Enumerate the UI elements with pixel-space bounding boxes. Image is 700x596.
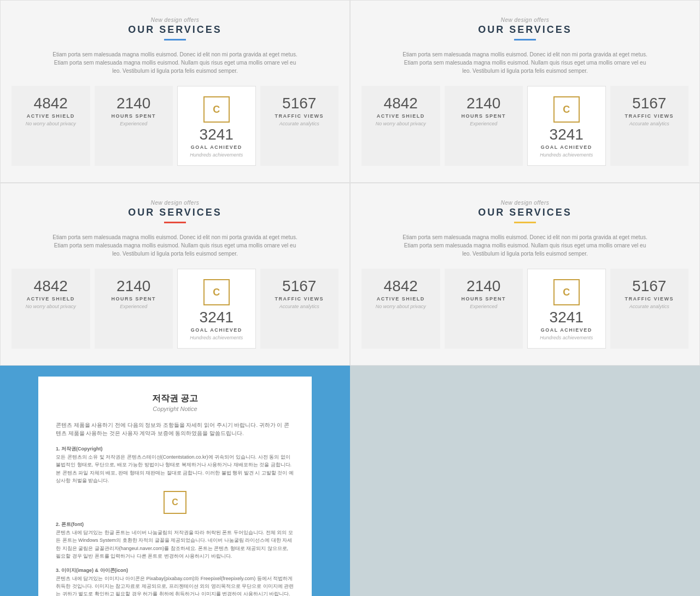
stat-label: TRAFFIC VIEWS [266, 113, 334, 119]
panel-4-subtitle: New design offers [361, 200, 689, 206]
panel-1-description: Etiam porta sem malesuada magna mollis e… [49, 50, 301, 75]
copyright-section-1-title: 1. 저작권(Copyright) [56, 446, 103, 452]
copyright-section-1-text: 모든 콘텐츠의 소유 및 저작권은 콘텐츠스테이션(Contentstation… [56, 454, 294, 483]
stat-label: HOURS SPENT [100, 296, 168, 302]
stat-sublabel: No worry about privacy [367, 304, 435, 309]
copyright-section-3-title: 3. 이미지(image) & 아이콘(icon) [56, 568, 128, 573]
panel-3-stats: 4842 ACTIVE SHIELD No worry about privac… [11, 269, 339, 349]
panel-3-title: OUR SERVICES [11, 207, 339, 218]
stat-sublabel: No worry about privacy [367, 121, 435, 126]
stat-label: TRAFFIC VIEWS [266, 296, 334, 302]
stat-label: ACTIVE SHIELD [17, 296, 85, 302]
stat-sublabel: Accurate analytics [616, 121, 684, 126]
stat-number: 2140 [100, 96, 168, 111]
stat-sublabel: Hundreds achievements [183, 152, 250, 158]
stat-card-goal-1: C 3241 GOAL ACHIEVED Hundreds achievemen… [177, 86, 256, 166]
copyright-section-1: 1. 저작권(Copyright) 모든 콘텐츠의 소유 및 저작권은 콘텐츠스… [56, 445, 294, 484]
panel-1-divider [164, 39, 186, 40]
copyright-section-3: 3. 이미지(image) & 아이콘(icon) 콘텐츠 내에 담겨있는 이미… [56, 566, 294, 596]
stat-label: GOAL ACHIEVED [533, 144, 600, 150]
stat-card-hours-3: 2140 HOURS SPENT Experienced [95, 269, 173, 349]
stat-sublabel: No worry about privacy [17, 304, 85, 309]
stat-sublabel: Experienced [100, 304, 168, 309]
stat-logo: C [553, 96, 580, 123]
stat-number: 2140 [450, 279, 518, 294]
panel-3-divider [164, 222, 186, 223]
copyright-section-2: 2. 폰트(font) 콘텐츠 내에 담겨있는 한글 폰트는 네이버 나눔굴림의… [56, 520, 294, 560]
stat-number: 4842 [17, 96, 85, 111]
stat-sublabel: No worry about privacy [17, 121, 85, 126]
panel-4: New design offers OUR SERVICES Etiam por… [350, 183, 700, 366]
panel-2-description: Etiam porta sem malesuada magna mollis e… [399, 50, 651, 75]
stat-label: GOAL ACHIEVED [533, 327, 600, 333]
copyright-section-2-title: 2. 폰트(font) [56, 522, 84, 527]
panel-3-description: Etiam porta sem malesuada magna mollis e… [49, 233, 301, 258]
stat-card-goal-3: C 3241 GOAL ACHIEVED Hundreds achievemen… [177, 269, 256, 349]
stat-number: 2140 [100, 279, 168, 294]
stat-sublabel: Hundreds achievements [533, 335, 600, 340]
stat-number: 3241 [183, 310, 250, 325]
stat-number: 5167 [266, 279, 334, 294]
panel-2-subtitle: New design offers [361, 17, 689, 23]
copyright-title-english: Copyright Notice [56, 406, 294, 412]
panel-4-title: OUR SERVICES [361, 207, 689, 218]
stat-sublabel: Experienced [100, 121, 168, 126]
stat-sublabel: Accurate analytics [616, 304, 684, 309]
panel-1-stats: 4842 ACTIVE SHIELD No worry about privac… [11, 86, 339, 166]
stat-number: 4842 [17, 279, 85, 294]
stat-label: HOURS SPENT [450, 296, 518, 302]
stat-number: 4842 [367, 96, 435, 111]
stat-sublabel: Accurate analytics [266, 121, 334, 126]
stat-label: HOURS SPENT [450, 113, 518, 119]
stat-label: GOAL ACHIEVED [183, 327, 250, 333]
panel-4-stats: 4842 ACTIVE SHIELD No worry about privac… [361, 269, 689, 349]
stat-card-goal-4: C 3241 GOAL ACHIEVED Hundreds achievemen… [527, 269, 606, 349]
stat-sublabel: Experienced [450, 121, 518, 126]
panel-1-header: New design offers OUR SERVICES [11, 17, 339, 40]
panel-2-stats: 4842 ACTIVE SHIELD No worry about privac… [361, 86, 689, 166]
panel-2-header: New design offers OUR SERVICES [361, 17, 689, 40]
stat-number: 3241 [533, 127, 600, 142]
stat-number: 5167 [266, 96, 334, 111]
stat-sublabel: Hundreds achievements [183, 335, 250, 340]
stat-label: ACTIVE SHIELD [17, 113, 85, 119]
stat-label: ACTIVE SHIELD [367, 296, 435, 302]
stat-sublabel: Accurate analytics [266, 304, 334, 309]
stat-number: 2140 [450, 96, 518, 111]
stat-label: GOAL ACHIEVED [183, 144, 250, 150]
panel-4-divider [514, 222, 536, 223]
panel-4-header: New design offers OUR SERVICES [361, 200, 689, 223]
stat-card-active-shield-2: 4842 ACTIVE SHIELD No worry about privac… [361, 86, 440, 166]
stat-number: 3241 [533, 310, 600, 325]
stat-number: 3241 [183, 127, 250, 142]
stat-card-active-shield-1: 4842 ACTIVE SHIELD No worry about privac… [11, 86, 90, 166]
stat-label: TRAFFIC VIEWS [616, 113, 684, 119]
stat-card-hours-4: 2140 HOURS SPENT Experienced [445, 269, 523, 349]
copyright-section-3-text: 콘텐츠 내에 담겨있는 이미지나 아이콘은 Pixabay(pixabay.co… [56, 576, 294, 596]
stat-logo: C [553, 279, 580, 305]
stat-card-traffic-2: 5167 TRAFFIC VIEWS Accurate analytics [610, 86, 689, 166]
stat-card-traffic-3: 5167 TRAFFIC VIEWS Accurate analytics [260, 269, 339, 349]
panel-2-title: OUR SERVICES [361, 24, 689, 36]
copyright-section-2-text: 콘텐츠 내에 담겨있는 한글 폰트는 네이버 나눔굴림의 저작권을 따라 허락된… [56, 530, 293, 559]
copyright-title-korean: 저작권 공고 [56, 393, 294, 404]
panel-3: New design offers OUR SERVICES Etiam por… [0, 183, 350, 366]
copyright-section: 저작권 공고 Copyright Notice 콘텐츠 제품을 사용하기 전에 … [0, 366, 350, 596]
stat-card-traffic-4: 5167 TRAFFIC VIEWS Accurate analytics [610, 269, 689, 349]
stat-number: 4842 [367, 279, 435, 294]
panel-3-subtitle: New design offers [11, 200, 339, 206]
stat-card-active-shield-3: 4842 ACTIVE SHIELD No worry about privac… [11, 269, 90, 349]
stat-label: HOURS SPENT [100, 113, 168, 119]
panel-3-header: New design offers OUR SERVICES [11, 200, 339, 223]
stat-label: TRAFFIC VIEWS [616, 296, 684, 302]
stat-sublabel: Experienced [450, 304, 518, 309]
panel-2-divider [514, 39, 536, 40]
panel-1-title: OUR SERVICES [11, 24, 339, 36]
stat-logo: C [203, 279, 230, 305]
stat-card-active-shield-4: 4842 ACTIVE SHIELD No worry about privac… [361, 269, 440, 349]
panel-1-subtitle: New design offers [11, 17, 339, 23]
stat-label: ACTIVE SHIELD [367, 113, 435, 119]
stat-logo: C [203, 96, 230, 123]
panel-4-description: Etiam porta sem malesuada magna mollis e… [399, 233, 651, 258]
panel-1: New design offers OUR SERVICES Etiam por… [0, 0, 350, 183]
